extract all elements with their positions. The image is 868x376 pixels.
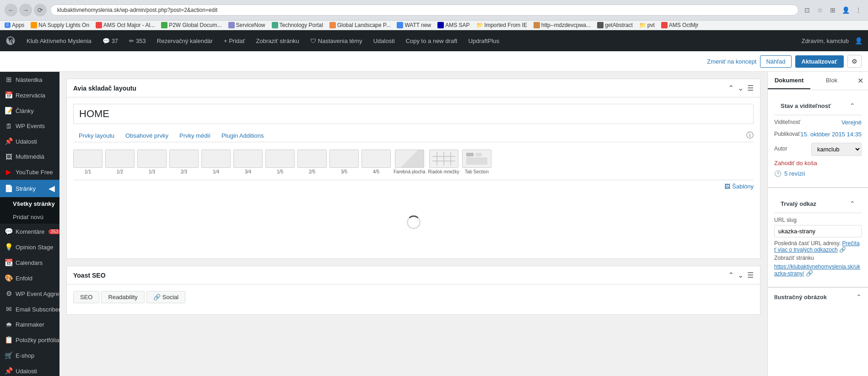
yoast-collapse-down[interactable]: ⌄: [738, 271, 744, 279]
tab-prvky-medii[interactable]: Prvky médií: [174, 129, 216, 142]
sidebar-subitem-vsetky[interactable]: Všetky stránky: [0, 197, 59, 210]
bookmark-3[interactable]: P2W Global Docum...: [161, 22, 221, 28]
sidebar-item-udalosti2[interactable]: 📌 Udalosti: [0, 363, 59, 376]
layout-el-2-5[interactable]: 2/5: [297, 150, 327, 174]
layout-el-1-1[interactable]: 1/1: [73, 150, 102, 174]
featured-image-header[interactable]: Ilustračný obrázok ⌃: [768, 288, 868, 306]
panel-tab-block[interactable]: Blok: [810, 72, 853, 89]
bookmark-folder-1[interactable]: 📁 Imported From IE: [476, 22, 527, 28]
permalink-header[interactable]: Trvalý odkaz ⌃: [774, 194, 862, 213]
sidebar-item-udalosti[interactable]: 📌 Udalosti: [0, 134, 59, 149]
address-bar[interactable]: klubaktivnehomyslenia.sk/wp-admin/post.p…: [50, 5, 798, 16]
extension-icon[interactable]: ⊡: [802, 5, 812, 15]
wp-logo[interactable]: [0, 30, 21, 51]
copy-to-draft[interactable]: Copy to a new draft: [400, 30, 463, 51]
sidebar-item-rezervacia[interactable]: 📅 Rezervácia: [0, 87, 59, 103]
tab-obsahove-prvky[interactable]: Obsahové prvky: [120, 129, 174, 142]
update-button[interactable]: Aktualizovať: [795, 55, 844, 68]
author-select[interactable]: kamclub: [811, 143, 862, 156]
sidebar-item-stranky[interactable]: 📄 Stránky ◀: [0, 180, 59, 197]
sidebar-item-opinion[interactable]: 💡 Opinion Stage: [0, 239, 59, 255]
bookmark-11[interactable]: AMS OctMjr: [661, 22, 699, 28]
bookmark-8[interactable]: AMS SAP: [437, 22, 469, 28]
shablony-button[interactable]: 🖼 Šablóny: [724, 183, 754, 190]
updraftplus[interactable]: UpdraftPlus: [463, 30, 505, 51]
sidebar-item-calendars[interactable]: 📆 Calendars: [0, 255, 59, 270]
layout-el-grid[interactable]: Riadok mriežky: [428, 150, 459, 174]
sidebar-subitem-pridat[interactable]: Pridať novú: [0, 210, 59, 224]
star-icon[interactable]: ☆: [815, 5, 825, 15]
avia-collapse-down[interactable]: ⌄: [738, 84, 744, 92]
settings-button[interactable]: ⚙: [847, 55, 862, 68]
back-button[interactable]: ←: [5, 4, 17, 16]
avia-toggle[interactable]: ☰: [747, 84, 754, 92]
reload-button[interactable]: ⟳: [34, 4, 47, 16]
bookmark-4[interactable]: ServiceNow: [228, 22, 265, 28]
tab-prvky-layoutu[interactable]: Prvky layoutu: [73, 129, 120, 142]
preview-button[interactable]: Náhľad: [760, 55, 791, 68]
bookmark-2[interactable]: AMS Oct Major - Al...: [96, 22, 155, 28]
bookmark-6[interactable]: Global Landscape P...: [329, 22, 391, 28]
visibility-toggle[interactable]: ⌃: [850, 102, 855, 109]
yoast-collapse-up[interactable]: ⌃: [728, 271, 734, 279]
zobrazit-stranku[interactable]: Zobraziť stránku: [250, 30, 304, 51]
windows-icon[interactable]: ⊞: [828, 5, 838, 15]
visibility-value[interactable]: Verejné: [841, 119, 862, 127]
layout-el-1-3[interactable]: 1/3: [137, 150, 167, 174]
site-name[interactable]: Klub Aktívneho Myslenia: [21, 30, 97, 51]
avia-collapse-up[interactable]: ⌃: [728, 84, 734, 92]
sidebar-item-multimedia[interactable]: 🖼 Multimédiá: [0, 149, 59, 164]
url-slug-input[interactable]: [774, 225, 862, 237]
delete-link[interactable]: Zahodiť do koša: [774, 160, 817, 167]
bookmark-folder-2[interactable]: 📁 pvt: [639, 22, 655, 28]
permalink-toggle[interactable]: ⌃: [850, 200, 855, 207]
switch-draft-button[interactable]: Zmeniť na koncept: [707, 58, 756, 65]
layout-el-3-5[interactable]: 3/5: [329, 150, 359, 174]
publish-value[interactable]: 15. október 2015 14:35: [800, 131, 862, 139]
bookmark-apps[interactable]: ⠿ Apps: [5, 22, 24, 28]
layout-el-3-4[interactable]: 3/4: [233, 150, 263, 174]
layout-el-tab[interactable]: Tab Section: [462, 150, 491, 174]
user-avatar[interactable]: 👤: [853, 36, 863, 46]
pridat-button[interactable]: + Pridať: [218, 30, 250, 51]
sidebar-item-clanky[interactable]: 📝 Články: [0, 103, 59, 118]
permalink-info-link[interactable]: Prečítať viac o trvalých odkazoch: [774, 240, 860, 253]
layout-el-4-5[interactable]: 4/5: [361, 150, 391, 174]
layout-el-1-4[interactable]: 1/4: [201, 150, 231, 174]
yoast-tab-social[interactable]: 🔗 Social: [146, 291, 185, 303]
sidebar-item-enfold[interactable]: 🎨 Enfold: [0, 270, 59, 286]
avia-header[interactable]: Avia skladač layoutu ⌃ ⌄ ☰: [67, 79, 760, 97]
bookmark-5[interactable]: Technology Portal: [272, 22, 323, 28]
udalosti-menu[interactable]: Udalosti: [368, 30, 400, 51]
sidebar-item-aggregator[interactable]: ⚙ WP Event Aggregator: [0, 286, 59, 301]
comments-label[interactable]: ✏ 353: [124, 30, 151, 51]
layout-el-color[interactable]: Farebná plocha: [394, 150, 426, 174]
menu-icon[interactable]: ⋮: [853, 5, 863, 15]
yoast-tab-readability[interactable]: Readability: [101, 291, 144, 303]
layout-el-1-5[interactable]: 1/5: [265, 150, 295, 174]
revisions-row[interactable]: 🕐 5 revízií: [774, 170, 862, 177]
yoast-toggle[interactable]: ☰: [747, 271, 754, 279]
sidebar-item-komentare[interactable]: 💬 Komentáre 353: [0, 224, 59, 239]
profile-icon[interactable]: 👤: [841, 5, 851, 15]
panel-close-button[interactable]: ✕: [853, 72, 868, 90]
comments-count[interactable]: 💬 37: [97, 30, 124, 51]
sidebar-item-email[interactable]: ✉ Email Subscribers: [0, 301, 59, 317]
sidebar-item-rainmaker[interactable]: 🌧 Rainmaker: [0, 317, 59, 332]
visibility-header[interactable]: Stav a viditeľnosť ⌃: [774, 97, 862, 115]
info-icon[interactable]: ⓘ: [746, 131, 754, 140]
layout-el-1-2[interactable]: 1/2: [105, 150, 135, 174]
sidebar-item-youtube[interactable]: ▶ YouTube Free: [0, 164, 59, 180]
forward-button[interactable]: →: [19, 4, 32, 16]
sidebar-item-wpevents[interactable]: 🗓 WP Events: [0, 118, 59, 134]
sidebar-item-nastentka[interactable]: ⊞ Nástentka: [0, 72, 59, 87]
yoast-tab-seo[interactable]: SEO: [73, 291, 99, 303]
page-url-link[interactable]: https://klubaktivnehomyslenia.sk/ukazka-…: [774, 263, 860, 277]
bookmark-9[interactable]: http--mdzdevcpwa...: [534, 22, 591, 28]
bookmark-10[interactable]: getAbstract: [597, 22, 633, 28]
layout-el-2-3[interactable]: 2/3: [169, 150, 199, 174]
panel-tab-document[interactable]: Dokument: [768, 72, 810, 89]
nastavenia-temy[interactable]: 🛡 Nastavenia témy: [305, 30, 368, 51]
page-title-input[interactable]: [73, 104, 754, 124]
bookmark-1[interactable]: NA Supply Lights On: [31, 22, 89, 28]
